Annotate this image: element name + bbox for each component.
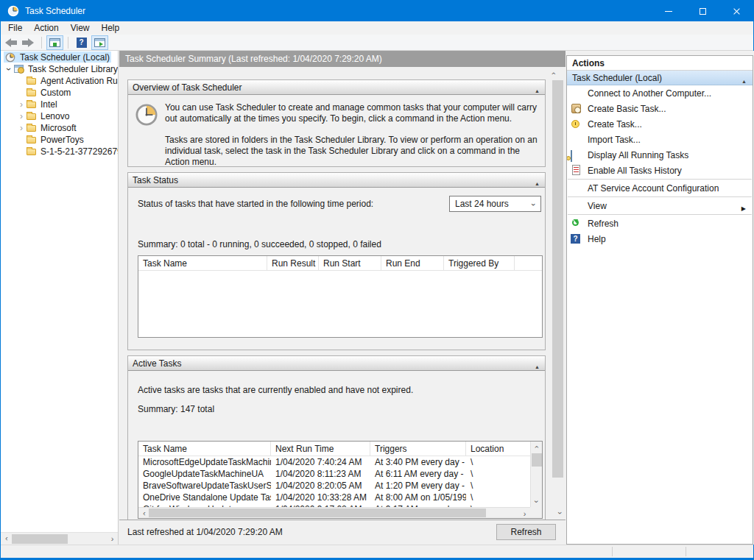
chevron-collapsed-icon[interactable] <box>17 124 26 132</box>
chevron-expanded-icon[interactable] <box>4 65 13 74</box>
tree-item-sid[interactable]: S-1-5-21-3772926790- <box>1 145 118 157</box>
overview-section: Overview of Task Scheduler You can use T… <box>127 79 546 167</box>
chevron-collapsed-icon[interactable] <box>17 100 26 109</box>
action-refresh[interactable]: Refresh <box>567 216 753 231</box>
help-toolbar-button[interactable] <box>73 35 90 50</box>
active-tasks-vertical-scrollbar[interactable] <box>530 442 542 507</box>
action-import-task[interactable]: Import Task... <box>567 132 753 147</box>
create-basic-task-icon <box>571 103 582 115</box>
tree-item-task-scheduler-library[interactable]: Task Scheduler Library <box>1 63 118 74</box>
tree-item-label: Custom <box>40 88 71 98</box>
table-row[interactable]: BraveSoftwareUpdateTaskUserS-1-... 1/04/… <box>138 480 530 492</box>
action-enable-all-tasks-history[interactable]: Enable All Tasks History <box>567 163 753 178</box>
task-status-section-header[interactable]: Task Status <box>128 173 545 188</box>
action-create-task[interactable]: Create Task... <box>567 116 753 132</box>
collapse-arrow-icon[interactable] <box>535 361 540 371</box>
scroll-up-icon[interactable] <box>552 68 554 79</box>
collapse-arrow-icon[interactable] <box>535 85 540 95</box>
show-action-pane-button[interactable] <box>91 35 108 50</box>
column-header-task-name[interactable]: Task Name <box>138 442 271 456</box>
tree-item-label: PowerToys <box>40 135 84 145</box>
tree-item-powertoys[interactable]: PowerToys <box>1 133 118 145</box>
scroll-down-icon[interactable] <box>531 496 542 507</box>
chevron-collapsed-icon[interactable] <box>17 112 26 121</box>
scroll-up-icon[interactable] <box>531 442 542 453</box>
close-button[interactable] <box>719 1 753 21</box>
scroll-right-icon[interactable] <box>107 534 118 545</box>
actions-box: Actions Task Scheduler (Local) Connect t… <box>566 55 753 545</box>
action-label: AT Service Account Configuration <box>588 183 719 194</box>
tree-item-agent-activation[interactable]: Agent Activation Runt <box>1 74 118 86</box>
action-connect-to-another-computer[interactable]: Connect to Another Computer... <box>567 85 753 101</box>
tree-item-label: S-1-5-21-3772926790- <box>40 146 118 157</box>
scrollbar-thumb[interactable] <box>12 534 68 544</box>
column-header-run-end[interactable]: Run End <box>381 256 444 270</box>
scroll-left-icon[interactable] <box>138 508 149 519</box>
table-row[interactable]: GoogleUpdateTaskMachineUA 1/04/2020 8:11… <box>138 468 530 480</box>
column-header-next-run-time[interactable]: Next Run Time <box>271 442 370 456</box>
table-row[interactable]: OneDrive Standalone Update Task-... 1/04… <box>138 492 530 503</box>
action-label: Refresh <box>588 219 619 229</box>
status-separator <box>612 547 613 556</box>
menu-bar: File Action View Help <box>1 21 753 35</box>
active-tasks-description: Active tasks are tasks that are currentl… <box>138 385 413 395</box>
summary-vertical-scrollbar[interactable] <box>552 68 564 519</box>
tree-item-task-scheduler-local[interactable]: Task Scheduler (Local) <box>1 51 118 63</box>
menu-action[interactable]: Action <box>28 21 64 35</box>
action-display-all-running-tasks[interactable]: Display All Running Tasks <box>567 147 753 163</box>
column-header-location[interactable]: Location <box>466 442 530 456</box>
location-cell: \ <box>466 492 530 503</box>
tree-item-intel[interactable]: Intel <box>1 98 118 110</box>
column-header-run-result[interactable]: Run Result <box>267 256 319 270</box>
action-label: Display All Running Tasks <box>588 150 688 160</box>
menu-help[interactable]: Help <box>96 21 126 35</box>
overview-paragraph-2: Tasks are stored in folders in the Task … <box>165 135 538 168</box>
action-label: Enable All Tasks History <box>588 166 682 176</box>
tree-item-lenovo[interactable]: Lenovo <box>1 110 118 121</box>
back-arrow-icon[interactable] <box>5 38 18 47</box>
overview-section-header[interactable]: Overview of Task Scheduler <box>128 80 545 95</box>
scrollbar-thumb[interactable] <box>552 80 563 478</box>
active-tasks-horizontal-scrollbar[interactable] <box>138 507 530 518</box>
tree-item-custom[interactable]: Custom <box>1 86 118 98</box>
scroll-left-icon[interactable] <box>1 534 12 545</box>
minimize-button[interactable] <box>652 1 686 21</box>
triggers-cell: At 1:20 PM every day - A... <box>370 480 466 492</box>
action-label: View <box>588 201 607 211</box>
menu-view[interactable]: View <box>65 21 96 35</box>
scrollbar-thumb[interactable] <box>532 453 542 467</box>
maximize-button[interactable] <box>686 1 719 21</box>
column-header-task-name[interactable]: Task Name <box>138 256 267 270</box>
menu-file[interactable]: File <box>2 21 28 35</box>
tree-horizontal-scrollbar[interactable] <box>1 532 118 545</box>
forward-arrow-icon[interactable] <box>21 38 34 47</box>
collapse-arrow-icon[interactable] <box>535 177 540 188</box>
scroll-down-icon[interactable] <box>554 507 566 519</box>
location-cell: \ <box>466 456 530 468</box>
column-header-run-start[interactable]: Run Start <box>319 256 381 270</box>
active-tasks-section-header[interactable]: Active Tasks <box>128 356 545 371</box>
time-period-dropdown[interactable]: Last 24 hours <box>449 196 541 212</box>
action-label: Connect to Another Computer... <box>588 88 711 99</box>
refresh-button[interactable]: Refresh <box>496 524 556 540</box>
action-view[interactable]: View <box>567 198 753 213</box>
column-header-triggered-by[interactable]: Triggered By <box>444 256 515 270</box>
show-console-tree-button[interactable] <box>46 35 63 50</box>
action-create-basic-task[interactable]: Create Basic Task... <box>567 101 753 116</box>
tree-item-microsoft[interactable]: Microsoft <box>1 121 118 133</box>
action-at-service-account-configuration[interactable]: AT Service Account Configuration <box>567 180 753 196</box>
console-tree-panel: Task Scheduler (Local) Task Scheduler Li… <box>1 51 119 545</box>
active-tasks-summary: Summary: 147 total <box>138 404 214 414</box>
scroll-right-icon[interactable] <box>519 508 530 519</box>
table-row[interactable]: MicrosoftEdgeUpdateTaskMachine... 1/04/2… <box>138 456 530 468</box>
column-header-triggers[interactable]: Triggers <box>370 442 466 456</box>
overview-clock-icon <box>135 104 158 126</box>
overview-section-title: Overview of Task Scheduler <box>133 82 242 93</box>
scrollbar-thumb[interactable] <box>149 508 486 517</box>
help-icon <box>571 233 582 245</box>
collapse-arrow-icon[interactable] <box>741 75 747 85</box>
actions-group-header[interactable]: Task Scheduler (Local) <box>567 71 753 85</box>
summary-footer: Last refreshed at 1/04/2020 7:29:20 AM R… <box>119 520 566 545</box>
action-help[interactable]: Help <box>567 231 753 247</box>
task-status-title: Task Status <box>133 175 178 185</box>
